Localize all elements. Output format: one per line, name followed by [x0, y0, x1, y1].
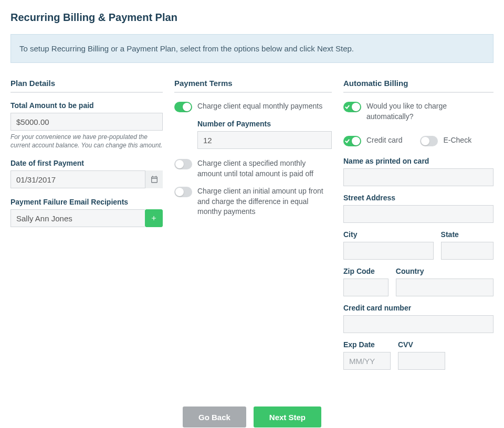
- echeck-toggle[interactable]: [420, 136, 438, 146]
- credit-card-label: Credit card: [366, 135, 402, 146]
- num-payments-label: Number of Payments: [197, 120, 332, 128]
- zip-input[interactable]: [343, 279, 388, 296]
- total-amount-input[interactable]: [10, 113, 163, 131]
- num-payments-input[interactable]: [197, 131, 332, 149]
- plan-details-heading: Plan Details: [10, 79, 163, 93]
- initial-plus-equal-toggle[interactable]: [174, 187, 192, 197]
- country-label: Country: [396, 267, 494, 275]
- street-input[interactable]: [343, 205, 494, 223]
- payment-terms-column: Payment Terms Charge client equal monthl…: [174, 79, 332, 370]
- total-amount-label: Total Amount to be paid: [10, 101, 163, 110]
- state-input[interactable]: [441, 242, 494, 260]
- exp-date-label: Exp Date: [343, 340, 391, 349]
- total-amount-helper: For your convenience we have pre-populat…: [10, 133, 163, 149]
- recipients-label: Payment Failure Email Recipients: [10, 198, 163, 206]
- state-label: State: [441, 230, 494, 239]
- card-name-label: Name as printed on card: [343, 157, 494, 165]
- payment-terms-heading: Payment Terms: [174, 79, 332, 93]
- initial-plus-equal-label: Charge client an initial amount up front…: [197, 186, 332, 217]
- cc-number-label: Credit card number: [343, 304, 494, 312]
- specified-monthly-toggle[interactable]: [174, 159, 192, 169]
- city-label: City: [343, 230, 434, 239]
- cvv-input[interactable]: [398, 352, 445, 370]
- automatic-billing-column: Automatic Billing Would you like to char…: [343, 79, 494, 370]
- first-payment-date-input[interactable]: [10, 170, 163, 188]
- automatic-billing-heading: Automatic Billing: [343, 79, 494, 93]
- city-input[interactable]: [343, 242, 434, 260]
- credit-card-toggle[interactable]: [343, 136, 361, 146]
- page-title: Recurring Billing & Payment Plan: [10, 12, 494, 24]
- first-payment-date-label: Date of first Payment: [10, 159, 163, 167]
- plan-details-column: Plan Details Total Amount to be paid For…: [10, 79, 163, 370]
- plus-icon: [150, 215, 158, 222]
- equal-monthly-toggle[interactable]: [174, 102, 192, 112]
- country-input[interactable]: [396, 279, 494, 296]
- specified-monthly-label: Charge client a specified monthly amount…: [197, 158, 332, 179]
- equal-monthly-label: Charge client equal monthly payments: [197, 101, 322, 112]
- street-label: Street Address: [343, 194, 494, 202]
- info-banner: To setup Recurring Billing or a Payment …: [10, 34, 494, 63]
- cc-number-input[interactable]: [343, 315, 494, 333]
- charge-automatically-toggle[interactable]: [343, 102, 361, 112]
- go-back-button[interactable]: Go Back: [183, 406, 246, 427]
- exp-date-input[interactable]: [343, 352, 391, 370]
- cvv-label: CVV: [398, 340, 445, 349]
- add-recipient-button[interactable]: [145, 209, 163, 227]
- recipients-input[interactable]: [10, 209, 145, 227]
- zip-label: Zip Code: [343, 267, 388, 275]
- charge-automatically-label: Would you like to charge automatically?: [366, 101, 494, 122]
- next-step-button[interactable]: Next Step: [254, 406, 321, 427]
- card-name-input[interactable]: [343, 168, 494, 186]
- echeck-label: E-Check: [443, 135, 471, 146]
- calendar-icon[interactable]: [145, 170, 163, 188]
